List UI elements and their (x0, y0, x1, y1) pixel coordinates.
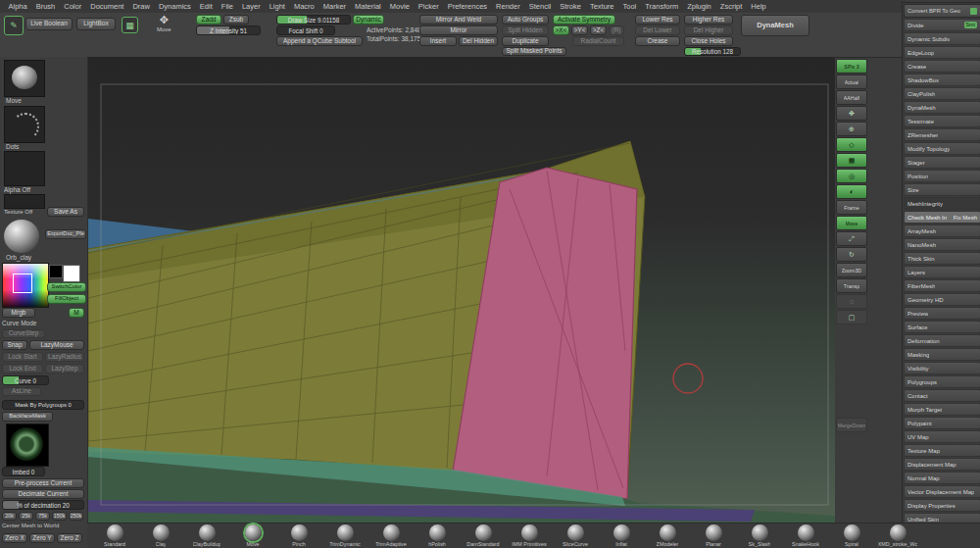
auto-groups-button[interactable]: Auto Groups (502, 15, 549, 25)
brush-item[interactable]: IMM Primitives (508, 524, 551, 547)
lightbox-button[interactable]: LightBox (76, 18, 116, 30)
menu-item[interactable]: Transform (641, 2, 683, 11)
tool-panel-row[interactable]: Display Properties (904, 499, 980, 512)
higher-res-button[interactable]: Higher Res (684, 15, 733, 25)
pct-decimation-slider[interactable]: % of decimation 20 (2, 500, 84, 510)
mergedown-button[interactable]: MergeDown (836, 418, 867, 432)
lower-res-button[interactable]: Lower Res (635, 15, 680, 25)
tool-panel-row[interactable]: Stager (904, 156, 980, 169)
menu-item[interactable]: Material (351, 2, 386, 11)
menu-item[interactable]: Stencil (524, 2, 556, 11)
tool-panel-row[interactable]: Check Mesh In Fix Mesh (904, 211, 980, 224)
brush-item[interactable]: Sk_Slash (738, 524, 781, 547)
menu-item[interactable]: Macro (289, 2, 318, 11)
move-button[interactable]: Move (836, 216, 867, 230)
tool-panel-row[interactable]: Dynamic Subdiv (904, 32, 980, 45)
stroke-thumbnail[interactable] (4, 106, 45, 143)
texture-thumbnail[interactable] (4, 194, 45, 209)
tool-panel-row[interactable]: DynaMesh (904, 101, 980, 114)
transp-button[interactable]: Transp (836, 278, 867, 293)
curve-step-slider[interactable]: CurveStep (2, 329, 45, 338)
activate-symmetry-button[interactable]: Activate Symmetry (553, 15, 615, 25)
alpha-thumbnail[interactable] (4, 151, 45, 186)
menu-item[interactable]: Preferences (443, 2, 491, 11)
mask-alpha-thumbnail[interactable] (6, 423, 49, 467)
tool-panel-row[interactable]: Layers (904, 266, 980, 278)
export-doc-button[interactable]: ExportDoc_Pfe (45, 229, 86, 239)
zero-y-button[interactable]: Zero Y (29, 533, 55, 543)
brush-item[interactable]: Spiral (830, 524, 873, 547)
brush-item[interactable]: SliceCurve (554, 524, 597, 547)
crease-button[interactable]: Crease (635, 36, 680, 46)
backface-mask-button[interactable]: BackfaceMask (2, 412, 53, 422)
menu-item[interactable]: Dynamics (154, 2, 195, 11)
ghost-icon[interactable]: ◌ (836, 294, 867, 309)
insert-button[interactable]: Insert (419, 36, 457, 46)
edit-object-icon[interactable]: ✎ (4, 16, 24, 35)
viewport-canvas[interactable] (88, 57, 835, 523)
menu-item[interactable]: Movie (385, 2, 414, 11)
brush-item[interactable]: TrimAdaptive (369, 524, 413, 547)
tool-panel-row[interactable]: Polygroups (904, 375, 980, 388)
local-icon[interactable]: ◎ (836, 169, 867, 183)
solo-icon[interactable]: ▢ (836, 310, 867, 324)
mrgb-button[interactable]: Mrgb (2, 308, 35, 318)
curve-slider[interactable]: Curve 0 (2, 375, 49, 385)
tool-panel-row[interactable]: EdgeLoop (904, 46, 980, 59)
tool-panel-row[interactable]: Visibility (904, 362, 980, 374)
menu-item[interactable]: Zscript (715, 2, 747, 11)
brush-item[interactable]: XMD_stroke_Wc (876, 524, 919, 547)
brush-item[interactable]: ClayBuildup (185, 524, 228, 547)
brush-item[interactable]: Inflat (600, 524, 643, 547)
menu-item[interactable]: Picker (414, 2, 443, 11)
symmetry-z-button[interactable]: >Z< (590, 25, 607, 35)
m-toggle-button[interactable]: M (69, 308, 84, 318)
mirror-button[interactable]: Mirror (419, 25, 498, 35)
lazy-step-slider[interactable]: LazyStep (45, 364, 84, 374)
zsub-button[interactable]: Zsub (223, 15, 249, 25)
decimation-preset-button[interactable]: 75k (35, 512, 50, 521)
focal-shift-slider[interactable]: Focal Shift 0 (276, 25, 335, 35)
tool-panel-row[interactable]: ZRemesher (904, 128, 980, 141)
tool-panel-row[interactable]: Modify Topology (904, 142, 980, 155)
menu-item[interactable]: Tool (618, 2, 641, 11)
zoom-icon[interactable]: ⊕ (836, 122, 867, 136)
tool-panel-row[interactable]: Deformation (904, 334, 980, 347)
menu-item[interactable]: Draw (128, 2, 155, 11)
grid-icon[interactable]: ▦ (122, 17, 138, 33)
brush-item[interactable]: DamStandard (462, 524, 505, 547)
menu-item[interactable]: Layer (237, 2, 265, 11)
del-hidden-button[interactable]: Del Hidden (459, 36, 498, 46)
scale-icon[interactable]: ⤢ (836, 231, 867, 246)
decimate-current-button[interactable]: Decimate Current (2, 489, 84, 499)
lazy-radius-slider[interactable]: LazyRadius (45, 352, 84, 362)
tool-panel-row[interactable]: Geometry HD (904, 293, 980, 306)
tool-panel-row[interactable]: Tessimate (904, 115, 980, 127)
aahalf-button[interactable]: AAHalf (836, 90, 867, 105)
primary-color-swatch[interactable] (63, 265, 80, 282)
split-hidden-button[interactable]: Split Hidden (502, 25, 549, 35)
tool-panel-row[interactable]: Divide Smt (904, 19, 980, 31)
menu-item[interactable]: Zplugin (683, 2, 716, 11)
convert-bpr-button[interactable]: Convert BPR To Geo (904, 4, 980, 18)
live-boolean-button[interactable]: Live Boolean (25, 18, 73, 30)
secondary-color-swatch[interactable] (49, 265, 63, 278)
tool-panel-row[interactable]: Thick Skin (904, 252, 980, 265)
imbed-slider[interactable]: Imbed 0 (2, 467, 45, 476)
menu-item[interactable]: Marker (318, 2, 350, 11)
menu-item[interactable]: Color (60, 2, 86, 11)
floor-icon[interactable]: ▦ (836, 153, 867, 168)
lock-start-button[interactable]: Lock Start (2, 352, 43, 362)
decimation-preset-button[interactable]: 150k (52, 512, 67, 521)
lock-end-button[interactable]: Lock End (2, 364, 43, 374)
symmetry-y-button[interactable]: >Y< (571, 25, 588, 35)
symmetry-x-button[interactable]: >X< (553, 25, 569, 35)
tool-panel-row[interactable]: ClayPolish (904, 87, 980, 100)
del-lower-button[interactable]: Del Lower (635, 25, 680, 35)
menu-item[interactable]: Render (492, 2, 525, 11)
as-line-button[interactable]: AsLine (2, 387, 41, 396)
tool-panel-row[interactable]: Position (904, 170, 980, 182)
zero-z-button[interactable]: Zero Z (57, 533, 82, 543)
draw-size-slider[interactable]: Draw Size 9.01158 (276, 15, 351, 25)
preprocess-current-button[interactable]: Pre-process Current (2, 478, 84, 488)
